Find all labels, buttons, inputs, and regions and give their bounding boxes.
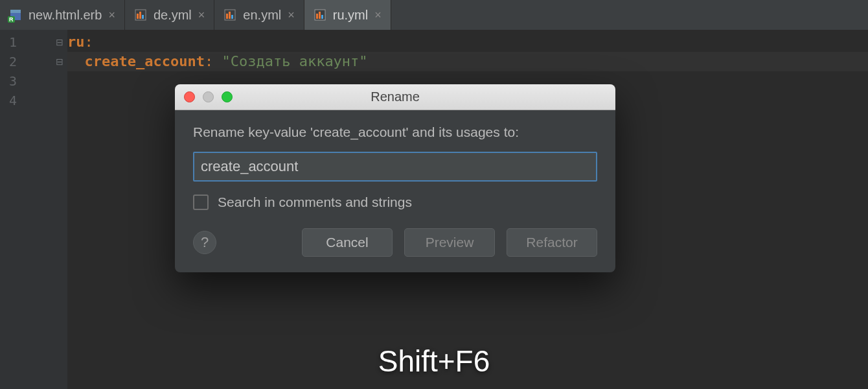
refactor-button[interactable]: Refactor <box>507 228 597 257</box>
tab-label: ru.yml <box>333 8 368 23</box>
yaml-string: "Создать аккаунт" <box>222 53 367 69</box>
yaml-key: ru <box>67 34 85 50</box>
svg-rect-7 <box>226 14 228 19</box>
yaml-colon: : <box>205 53 213 69</box>
window-zoom-icon[interactable] <box>222 91 233 102</box>
tab-de-yml[interactable]: de.yml × <box>125 0 214 30</box>
svg-rect-9 <box>231 15 233 19</box>
close-icon[interactable]: × <box>374 8 382 22</box>
yml-file-icon <box>223 8 236 21</box>
fold-handle-icon[interactable]: ⊟ <box>52 32 67 52</box>
line-number: 2 <box>9 52 52 71</box>
yml-file-icon <box>134 8 147 21</box>
tab-label: new.html.erb <box>29 8 102 23</box>
svg-rect-4 <box>139 12 141 19</box>
dialog-body: Rename key-value 'create_account' and it… <box>175 110 615 272</box>
search-comments-option[interactable]: Search in comments and strings <box>193 194 597 210</box>
shortcut-hint: Shift+F6 <box>0 344 868 379</box>
svg-rect-8 <box>229 12 231 19</box>
tab-ru-yml[interactable]: ru.yml × <box>304 0 391 30</box>
erb-file-icon: R <box>9 8 22 21</box>
dialog-titlebar[interactable]: Rename <box>175 84 615 110</box>
svg-rect-3 <box>137 14 139 19</box>
rename-dialog: Rename Rename key-value 'create_account'… <box>175 84 615 272</box>
window-controls <box>184 91 233 102</box>
line-number: 3 <box>9 71 52 91</box>
help-button[interactable]: ? <box>193 231 216 254</box>
tab-en-yml[interactable]: en.yml × <box>214 0 304 30</box>
dialog-message: Rename key-value 'create_account' and it… <box>193 124 597 140</box>
tab-bar: R new.html.erb × de.yml × en.yml × ru.ym… <box>0 0 868 30</box>
svg-rect-11 <box>316 14 318 19</box>
svg-rect-13 <box>321 15 323 19</box>
checkbox-icon[interactable] <box>193 194 209 210</box>
tab-new-html-erb[interactable]: R new.html.erb × <box>0 0 125 30</box>
svg-marker-1 <box>10 10 21 13</box>
dialog-title: Rename <box>175 89 615 104</box>
line-number: 1 <box>9 32 52 52</box>
tab-label: en.yml <box>243 8 281 23</box>
rename-input[interactable] <box>193 152 597 182</box>
yaml-colon: : <box>85 34 93 50</box>
fold-column: ⊟ ⊟ <box>52 30 67 389</box>
window-close-icon[interactable] <box>184 91 195 102</box>
close-icon[interactable]: × <box>198 8 205 22</box>
yaml-key: create_account <box>85 53 205 69</box>
fold-handle-icon[interactable]: ⊟ <box>52 52 67 71</box>
line-number: 4 <box>9 91 52 110</box>
tab-label: de.yml <box>154 8 192 23</box>
indent <box>67 53 85 69</box>
svg-rect-5 <box>142 15 144 19</box>
window-minimize-icon <box>203 91 214 102</box>
cancel-button[interactable]: Cancel <box>302 228 393 257</box>
preview-button[interactable]: Preview <box>404 228 495 257</box>
checkbox-label: Search in comments and strings <box>218 194 412 210</box>
dialog-button-row: ? Cancel Preview Refactor <box>193 228 597 257</box>
sep <box>213 53 222 69</box>
close-icon[interactable]: × <box>108 8 115 22</box>
svg-rect-12 <box>319 12 321 19</box>
close-icon[interactable]: × <box>288 8 295 22</box>
line-gutter: 1 2 3 4 <box>0 30 52 389</box>
yml-file-icon <box>314 8 326 21</box>
